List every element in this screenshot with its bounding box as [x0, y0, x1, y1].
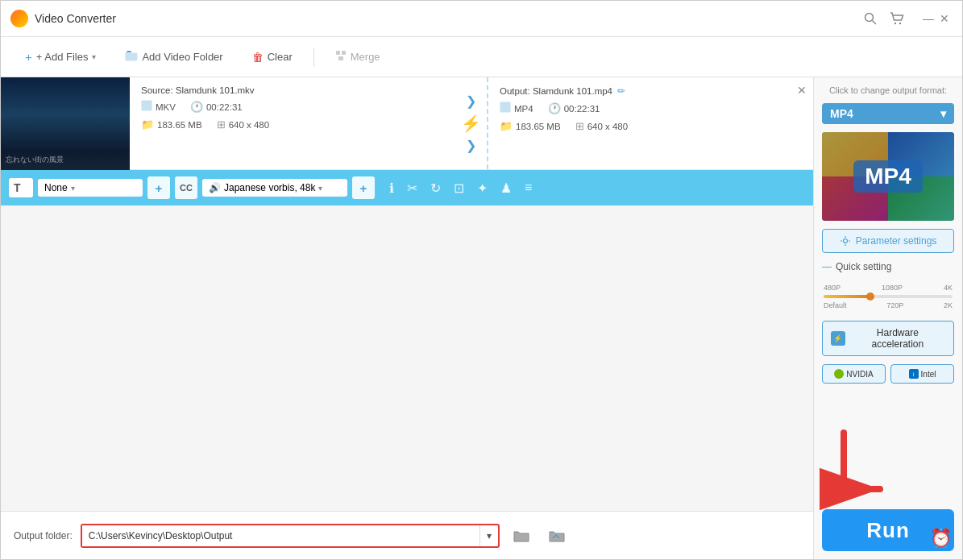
- text-T-icon: T: [14, 181, 21, 194]
- format-selector[interactable]: MP4 ▾: [822, 103, 954, 124]
- left-panel: 忘れない街の風景 Source: Slamdunk 101.mkv: [1, 77, 813, 559]
- output-res-icon: ⊞: [575, 120, 584, 132]
- audio-dropdown-arrow: ▾: [318, 184, 322, 193]
- minimize-button[interactable]: —: [920, 12, 936, 25]
- svg-point-3: [899, 23, 901, 24]
- cut-button[interactable]: ✂: [404, 179, 421, 197]
- add-subtitle-button[interactable]: +: [147, 176, 170, 199]
- quality-fill: [824, 295, 869, 298]
- add-audio-button[interactable]: +: [352, 176, 375, 199]
- app-icon: [10, 10, 28, 27]
- quality-thumb[interactable]: [866, 292, 874, 301]
- close-file-button[interactable]: ✕: [797, 84, 807, 97]
- output-format: MP4: [500, 102, 533, 115]
- output-format-icon: [500, 102, 511, 115]
- parameter-settings-button[interactable]: Parameter settings: [822, 229, 954, 253]
- output-folder-input[interactable]: [82, 525, 479, 546]
- source-details: MKV 🕐 00:22:31: [141, 100, 443, 114]
- watermark-button[interactable]: ♟: [497, 179, 515, 197]
- output-details: MP4 🕐 00:22:31: [500, 102, 802, 115]
- timer-icon[interactable]: ⏰: [930, 528, 952, 549]
- source-duration: 🕐 00:22:31: [190, 101, 243, 113]
- app-title: Video Converter: [35, 12, 864, 25]
- search-icon[interactable]: [864, 12, 877, 25]
- svg-rect-4: [126, 53, 137, 60]
- hardware-acceleration-button[interactable]: ⚡ Hardware acceleration: [822, 321, 954, 356]
- output-size: 📁 183.65 MB: [500, 120, 561, 132]
- quality-track[interactable]: [824, 295, 953, 298]
- effects-button[interactable]: ✦: [474, 179, 491, 197]
- param-settings-icon: [840, 235, 851, 247]
- subtitle-label: None: [44, 182, 68, 193]
- close-button[interactable]: ✕: [936, 12, 953, 25]
- dropdown-arrow[interactable]: ▾: [92, 52, 96, 61]
- cart-icon[interactable]: [890, 12, 904, 25]
- info-button[interactable]: ℹ: [386, 179, 397, 197]
- toolbar: + + Add Files ▾ Add Video Folder 🗑 Clear: [1, 37, 962, 77]
- source-size: 📁 183.65 MB: [141, 118, 202, 131]
- svg-point-10: [843, 239, 847, 243]
- content-area: [1, 205, 813, 511]
- trash-icon: 🗑: [252, 51, 264, 64]
- browse-folder-button[interactable]: [508, 522, 535, 550]
- format-thumb-inner: MP4: [822, 132, 954, 221]
- hw-accel-label: Hardware acceleration: [850, 327, 945, 350]
- quality-slider-wrap: 480P 1080P 4K Default 720P 2K: [822, 280, 954, 313]
- svg-line-1: [873, 21, 877, 25]
- quick-setting-label: Quick setting: [822, 261, 954, 272]
- open-folder-button[interactable]: [543, 522, 571, 550]
- quality-labels-top: 480P 1080P 4K: [824, 284, 953, 292]
- quality-labels-bot: Default 720P 2K: [824, 301, 953, 309]
- clear-button[interactable]: 🗑 Clear: [241, 46, 304, 68]
- svg-point-0: [865, 14, 874, 22]
- folder-dropdown-arrow[interactable]: ▾: [479, 525, 498, 546]
- edit-tools: ℹ ✂ ↻ ⊡ ✦ ♟ ≡: [386, 179, 535, 197]
- add-video-folder-label: Add Video Folder: [142, 51, 222, 63]
- output-details-2: 📁 183.65 MB ⊞ 640 x 480: [500, 120, 802, 132]
- clock-icon: 🕐: [190, 101, 203, 113]
- edit-output-icon[interactable]: ✏: [617, 85, 625, 97]
- lightning-icon: ⚡: [461, 114, 481, 133]
- merge-button[interactable]: Merge: [324, 45, 392, 68]
- output-resolution: ⊞ 640 x 480: [575, 120, 629, 132]
- output-folder-icon: 📁: [500, 120, 513, 132]
- subtitle-edit-button[interactable]: ≡: [521, 179, 535, 197]
- output-folder-label: Output folder:: [14, 530, 73, 541]
- output-folder-input-wrap: ▾: [81, 524, 500, 548]
- format-big-label: MP4: [853, 160, 923, 193]
- add-files-label: + Add Files: [36, 51, 89, 63]
- nvidia-button[interactable]: NVIDIA: [822, 364, 886, 384]
- audio-label: Japanese vorbis, 48k: [224, 182, 315, 193]
- plus-icon: +: [25, 50, 32, 64]
- thumbnail-text: 忘れない街の風景: [6, 155, 64, 165]
- format-thumbnail: MP4: [822, 132, 954, 221]
- toolbar-divider: [313, 48, 314, 67]
- cc-icon-button[interactable]: CC: [175, 176, 197, 199]
- svg-rect-7: [338, 56, 343, 60]
- svg-point-2: [895, 23, 896, 24]
- output-clock-icon: 🕐: [548, 102, 561, 114]
- audio-select[interactable]: 🔊 Japanese vorbis, 48k ▾: [202, 179, 347, 197]
- rotate-button[interactable]: ↻: [427, 179, 444, 197]
- crop-button[interactable]: ⊡: [450, 179, 467, 197]
- merge-label: Merge: [351, 51, 380, 63]
- subtitle-dropdown-arrow: ▾: [71, 184, 75, 193]
- intel-button[interactable]: i Intel: [890, 364, 954, 384]
- file-item: 忘れない街の風景 Source: Slamdunk 101.mkv: [1, 77, 813, 170]
- nvidia-icon: [834, 369, 844, 379]
- intel-label: Intel: [921, 370, 936, 379]
- output-duration: 🕐 00:22:31: [548, 102, 600, 114]
- format-dropdown-arrow: ▾: [940, 107, 946, 120]
- subtitle-select[interactable]: None ▾: [38, 179, 143, 197]
- source-info: Source: Slamdunk 101.mkv MKV 🕐: [130, 77, 455, 169]
- intel-icon: i: [909, 369, 919, 379]
- subtitle-type-btn[interactable]: T: [9, 178, 33, 197]
- source-details-2: 📁 183.65 MB ⊞ 640 x 480: [141, 118, 443, 131]
- add-files-button[interactable]: + + Add Files ▾: [14, 45, 107, 68]
- bottom-bar: Output folder: ▾: [1, 511, 813, 559]
- source-resolution: ⊞ 640 x 480: [217, 118, 270, 131]
- output-label: Output: Slamdunk 101.mp4 ✏: [500, 85, 802, 97]
- source-format: MKV: [141, 100, 176, 114]
- source-label: Source: Slamdunk 101.mkv: [141, 85, 443, 95]
- add-video-folder-button[interactable]: Add Video Folder: [114, 45, 234, 68]
